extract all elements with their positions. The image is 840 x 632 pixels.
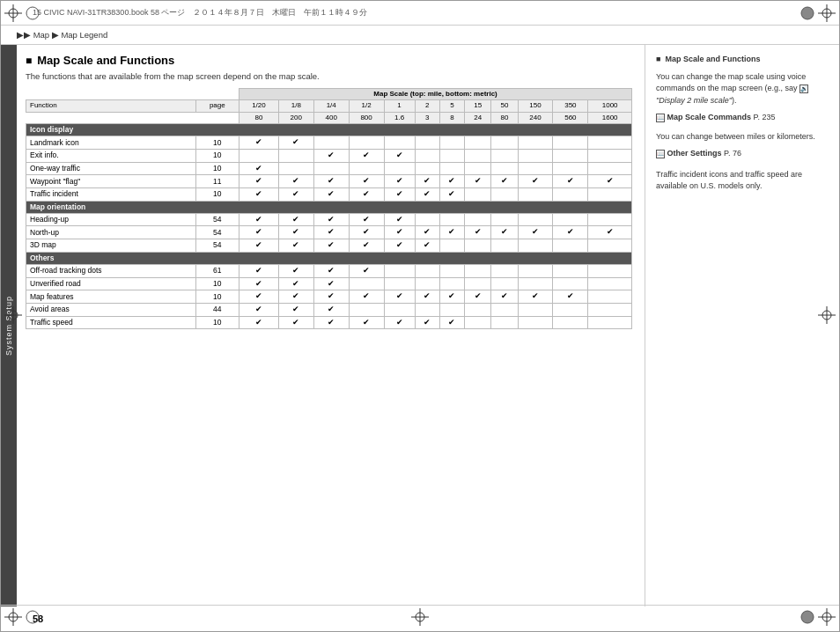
cell-2-2-9: ✔ — [518, 290, 553, 304]
cell-2-3-10 — [553, 303, 588, 316]
cell-0-3-1: ✔ — [278, 175, 313, 188]
cell-2-4-11 — [588, 316, 632, 329]
cell-0-0-9 — [518, 136, 553, 150]
table-row: One-way traffic10✔ — [26, 162, 632, 175]
table-row: North-up54✔✔✔✔✔✔✔✔✔✔✔✔ — [26, 226, 632, 239]
svg-point-11 — [26, 611, 39, 623]
section-header-0: Icon display — [26, 124, 632, 136]
col-scale-11: 350 — [553, 100, 588, 112]
ref-title: ■ Map Scale and Functions — [656, 54, 829, 66]
cell-2-4-0: ✔ — [239, 316, 279, 329]
col-metric-10: 240 — [518, 112, 553, 123]
col-scale-1: 1/20 — [239, 100, 279, 112]
right-para-4: 📖 Other Settings P. 76 — [656, 148, 829, 160]
cell-0-4-7 — [465, 187, 491, 201]
cell-1-0-9 — [518, 213, 553, 226]
cell-2-4-10 — [553, 316, 588, 329]
map-scale-commands-label: Map Scale Commands — [667, 113, 752, 121]
cell-2-4-1: ✔ — [278, 316, 313, 329]
intro-text: The functions that are available from th… — [26, 71, 632, 81]
row-name-0-0: Landmark icon — [26, 136, 196, 150]
cell-2-0-0: ✔ — [239, 264, 279, 277]
map-scale-commands-page: P. 235 — [754, 113, 776, 121]
col-scale-6: 2 — [415, 100, 439, 112]
cell-0-4-0: ✔ — [239, 187, 279, 201]
cell-1-0-1: ✔ — [278, 213, 313, 226]
cell-2-1-10 — [553, 277, 588, 290]
other-settings-label: Other Settings — [667, 149, 722, 158]
cell-0-0-7 — [465, 136, 491, 150]
cell-0-4-3: ✔ — [349, 187, 384, 201]
cell-2-0-10 — [553, 264, 588, 277]
cell-0-1-10 — [553, 149, 588, 162]
cell-0-0-3 — [349, 136, 384, 150]
cell-1-1-7: ✔ — [465, 226, 491, 239]
cell-1-1-2: ✔ — [313, 226, 349, 239]
cell-1-0-11 — [588, 213, 632, 226]
cell-2-1-1: ✔ — [278, 277, 313, 290]
row-page-0-1: 10 — [195, 149, 239, 162]
row-page-1-2: 54 — [195, 239, 239, 253]
cell-0-4-8 — [491, 187, 518, 201]
corner-mark-bl — [4, 608, 22, 628]
row-name-0-2: One-way traffic — [26, 162, 196, 175]
cell-0-2-7 — [465, 162, 491, 175]
table-row: Unverified road10✔✔✔ — [26, 277, 632, 290]
cell-0-1-1 — [278, 149, 313, 162]
table-row: Traffic speed10✔✔✔✔✔✔✔ — [26, 316, 632, 329]
cell-1-1-6: ✔ — [439, 226, 464, 239]
cell-0-2-10 — [553, 162, 588, 175]
cell-2-1-0: ✔ — [239, 277, 279, 290]
cell-0-0-11 — [588, 136, 632, 150]
cell-0-3-8: ✔ — [491, 175, 518, 188]
cell-1-1-3: ✔ — [349, 226, 384, 239]
cell-2-1-6 — [439, 277, 464, 290]
cell-2-4-7 — [465, 316, 491, 329]
cell-2-4-6: ✔ — [439, 316, 464, 329]
cell-2-3-4 — [384, 303, 415, 316]
col-metric-7: 8 — [439, 112, 464, 123]
cell-2-0-9 — [518, 264, 553, 277]
cell-0-3-10: ✔ — [553, 175, 588, 188]
ref-icon: ■ — [656, 54, 660, 66]
col-scale-10: 150 — [518, 100, 553, 112]
cell-1-0-3: ✔ — [349, 213, 384, 226]
table-row: Avoid areas44✔✔✔ — [26, 303, 632, 316]
cell-0-1-9 — [518, 149, 553, 162]
top-strip-text: 15 CIVIC NAVI-31TR38300.book 58 ページ ２０１４… — [8, 7, 367, 18]
cell-2-2-3: ✔ — [349, 290, 384, 304]
table-section-2: Others — [26, 252, 632, 264]
cell-2-2-2: ✔ — [313, 290, 349, 304]
corner-mark-br — [818, 608, 836, 628]
cell-1-2-4: ✔ — [384, 239, 415, 253]
row-page-2-4: 10 — [195, 316, 239, 329]
cell-0-4-2: ✔ — [313, 187, 349, 201]
row-name-0-4: Traffic incident — [26, 187, 196, 201]
row-page-0-2: 10 — [195, 162, 239, 175]
breadcrumb-text: ▶▶ Map ▶ Map Legend — [17, 30, 107, 40]
col-metric-2: 200 — [278, 112, 313, 123]
sidebar-label: System Setup — [4, 296, 13, 356]
cell-0-0-4 — [384, 136, 415, 150]
cell-0-3-5: ✔ — [415, 175, 439, 188]
row-name-0-1: Exit info. — [26, 149, 196, 162]
row-name-2-3: Avoid areas — [26, 303, 196, 316]
row-name-1-1: North-up — [26, 226, 196, 239]
cell-2-4-3: ✔ — [349, 316, 384, 329]
col-scale-3: 1/4 — [313, 100, 349, 112]
cell-0-4-11 — [588, 187, 632, 201]
breadcrumb: ▶▶ Map ▶ Map Legend — [1, 26, 839, 45]
col-metric-9: 80 — [491, 112, 518, 123]
cell-2-1-5 — [415, 277, 439, 290]
cell-2-2-5: ✔ — [415, 290, 439, 304]
row-page-0-0: 10 — [195, 136, 239, 150]
table-row: Traffic incident10✔✔✔✔✔✔✔ — [26, 187, 632, 201]
cell-0-2-4 — [384, 162, 415, 175]
cell-2-0-5 — [415, 264, 439, 277]
cell-0-3-7: ✔ — [465, 175, 491, 188]
cell-1-2-0: ✔ — [239, 239, 279, 253]
cell-0-1-3: ✔ — [349, 149, 384, 162]
cell-1-1-5: ✔ — [415, 226, 439, 239]
cell-2-3-8 — [491, 303, 518, 316]
main-content: System Setup ■ Map Scale and Functions T… — [1, 45, 839, 606]
